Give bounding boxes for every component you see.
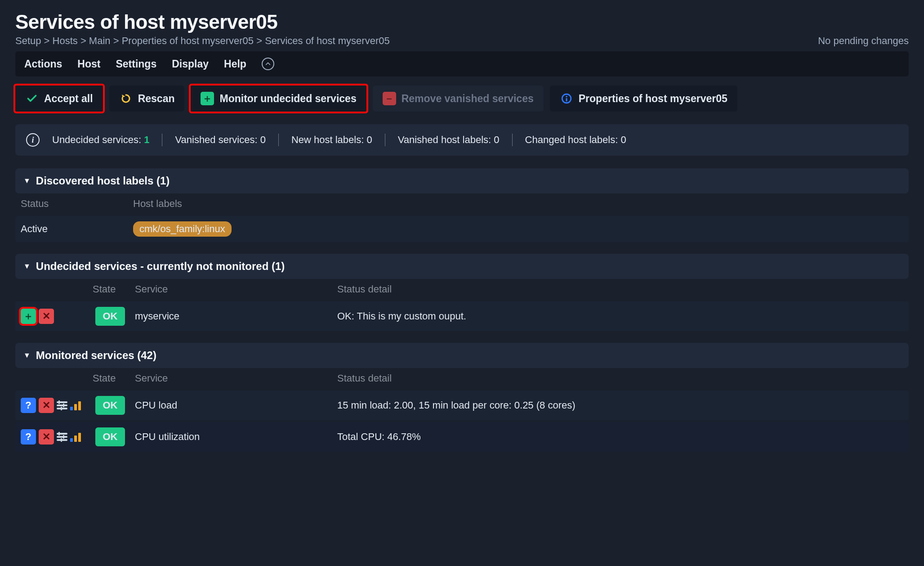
summary-bar: i Undecided services: 1 Vanished service… [15, 124, 909, 156]
graph-icon[interactable] [70, 432, 81, 442]
status-detail: OK: This is my custom ouput. [337, 310, 903, 322]
properties-button[interactable]: Properties of host myserver05 [550, 85, 737, 112]
graph-icon[interactable] [70, 400, 81, 410]
properties-label: Properties of host myserver05 [579, 93, 728, 105]
summary-changed-labels: Changed host labels: 0 [525, 134, 626, 146]
summary-vanished: Vanished services: 0 [175, 134, 265, 146]
menu-help[interactable]: Help [224, 58, 246, 70]
collapse-icon: ▼ [23, 262, 31, 270]
toolbar: Accept all Rescan ＋ Monitor undecided se… [15, 85, 909, 112]
remove-service-button[interactable]: ✕ [39, 398, 54, 413]
monitor-undecided-button[interactable]: ＋ Monitor undecided services [191, 85, 366, 112]
separator [385, 134, 385, 146]
section-header-host-labels[interactable]: ▼ Discovered host labels (1) [15, 168, 909, 193]
accept-all-button[interactable]: Accept all [15, 85, 103, 112]
service-name: CPU utilization [135, 431, 337, 443]
monitored-columns: State Service Status detail [15, 368, 909, 389]
remove-vanished-button[interactable]: – Remove vanished services [373, 85, 544, 112]
rescan-button[interactable]: Rescan [109, 85, 185, 112]
host-label-status: Active [21, 223, 133, 235]
undecided-row: ＋ ✕ OK myservice OK: This is my custom o… [15, 301, 909, 331]
summary-vanished-labels: Vanished host labels: 0 [398, 134, 500, 146]
undecided-section: ▼ Undecided services - currently not mon… [15, 254, 909, 331]
monitored-row: ? ✕ OK CPU load 15 min load: 2.00, 15 mi… [15, 391, 909, 420]
monitored-section: ▼ Monitored services (42) State Service … [15, 343, 909, 452]
col-service: Service [135, 373, 337, 384]
summary-undecided: Undecided services: 1 [52, 134, 149, 146]
page-title: Services of host myserver05 [15, 11, 390, 33]
remove-vanished-label: Remove vanished services [402, 93, 534, 105]
monitor-undecided-label: Monitor undecided services [219, 93, 356, 105]
svg-rect-2 [566, 98, 567, 102]
separator [278, 134, 279, 146]
collapse-icon: ▼ [23, 177, 31, 185]
separator [512, 134, 513, 146]
breadcrumb[interactable]: Setup > Hosts > Main > Properties of hos… [15, 35, 390, 47]
state-badge-ok: OK [95, 427, 125, 446]
minus-icon: – [383, 92, 396, 105]
host-label-tag[interactable]: cmk/os_family:linux [133, 221, 232, 237]
collapse-icon: ▼ [23, 351, 31, 359]
plus-icon: ＋ [201, 92, 214, 105]
check-icon [25, 92, 39, 105]
menu-actions[interactable]: Actions [24, 58, 62, 70]
menu-display[interactable]: Display [172, 58, 209, 70]
status-detail: Total CPU: 46.78% [337, 431, 903, 443]
host-labels-columns: Status Host labels [15, 193, 909, 214]
help-button[interactable]: ? [21, 398, 36, 413]
section-header-undecided[interactable]: ▼ Undecided services - currently not mon… [15, 254, 909, 279]
col-detail: Status detail [337, 373, 903, 384]
remove-service-button[interactable]: ✕ [39, 309, 54, 324]
menu-settings[interactable]: Settings [116, 58, 156, 70]
separator [162, 134, 162, 146]
state-badge-ok: OK [95, 396, 125, 415]
col-state: State [93, 283, 135, 295]
rescan-label: Rescan [138, 93, 175, 105]
col-status: Status [21, 198, 133, 210]
add-service-button[interactable]: ＋ [21, 309, 36, 324]
host-labels-section: ▼ Discovered host labels (1) Status Host… [15, 168, 909, 242]
svg-point-1 [566, 96, 567, 97]
host-label-row: Active cmk/os_family:linux [15, 216, 909, 242]
state-badge-ok: OK [95, 307, 125, 326]
info-icon: i [26, 133, 40, 147]
rescan-icon [119, 92, 133, 105]
col-host-labels: Host labels [133, 198, 903, 210]
col-state: State [93, 373, 135, 384]
service-name: myservice [135, 310, 337, 322]
undecided-columns: State Service Status detail [15, 279, 909, 300]
menu-host[interactable]: Host [77, 58, 100, 70]
monitored-row: ? ✕ OK CPU utilization Total CPU: 46.78% [15, 422, 909, 452]
col-detail: Status detail [337, 283, 903, 295]
status-detail: 15 min load: 2.00, 15 min load per core:… [337, 400, 903, 411]
help-button[interactable]: ? [21, 429, 36, 445]
remove-service-button[interactable]: ✕ [39, 429, 54, 445]
service-name: CPU load [135, 400, 337, 411]
accept-all-label: Accept all [44, 93, 93, 105]
col-service: Service [135, 283, 337, 295]
menu-expand-icon[interactable] [262, 58, 274, 70]
parameters-icon[interactable] [57, 401, 67, 409]
summary-new-labels: New host labels: 0 [291, 134, 372, 146]
pending-changes[interactable]: No pending changes [818, 35, 909, 47]
info-circle-icon [560, 92, 573, 105]
parameters-icon[interactable] [57, 433, 67, 441]
section-header-monitored[interactable]: ▼ Monitored services (42) [15, 343, 909, 368]
menubar: Actions Host Settings Display Help [15, 51, 909, 76]
